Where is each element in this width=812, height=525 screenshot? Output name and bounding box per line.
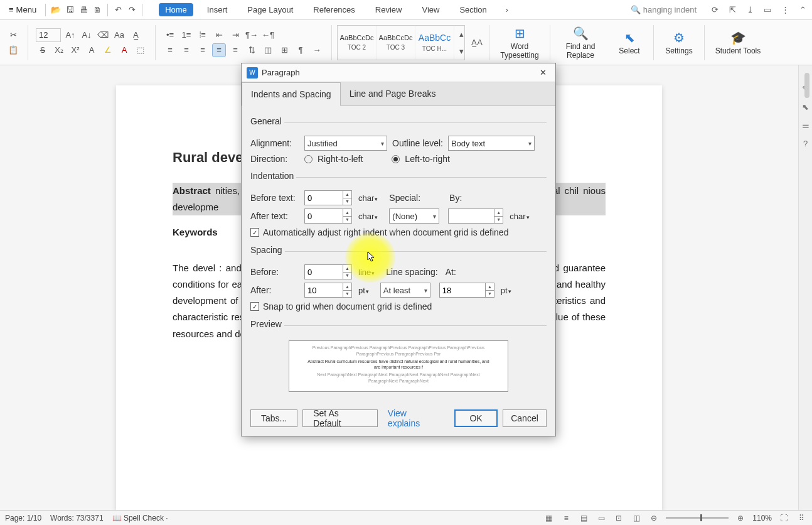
spin-down-icon[interactable]: ▼ xyxy=(343,198,351,205)
collapse-ribbon-icon[interactable]: ⌃ xyxy=(797,4,808,16)
change-case-icon[interactable]: Aa xyxy=(112,28,126,42)
word-typesetting-button[interactable]: ⊞ Word Typesetting xyxy=(494,24,545,62)
align-right-icon[interactable]: ≡ xyxy=(196,43,210,57)
borders-icon[interactable]: ⊞ xyxy=(277,43,291,57)
tab-section[interactable]: Section xyxy=(453,3,493,16)
strike-icon[interactable]: S̶ xyxy=(36,43,50,57)
tab-overflow-icon[interactable]: › xyxy=(501,4,513,16)
set-default-button[interactable]: Set As Default xyxy=(302,409,378,427)
settings-button[interactable]: ⚙ Settings xyxy=(659,24,699,62)
help-icon[interactable]: ? xyxy=(803,139,808,148)
align-distributed-icon[interactable]: ≡ xyxy=(228,43,242,57)
tab-page-layout[interactable]: Page Layout xyxy=(241,3,299,16)
styles-gallery[interactable]: AaBbCcDc TOC 2 AaBbCcDc TOC 3 AaBbCc TOC… xyxy=(337,25,465,60)
more-icon[interactable]: ⋮ xyxy=(779,4,791,16)
select-button[interactable]: ⬉ Select xyxy=(611,24,648,62)
increase-font-icon[interactable]: A↑ xyxy=(63,28,77,42)
styles-more-icon[interactable]: ▾ xyxy=(454,43,468,60)
close-icon[interactable]: ✕ xyxy=(535,65,550,80)
char-shading-icon[interactable]: ⬚ xyxy=(134,43,147,57)
styles-scroll-up-icon[interactable]: ▴ xyxy=(454,26,468,43)
increase-indent-icon[interactable]: ⇥ xyxy=(228,28,242,42)
align-left-icon[interactable]: ≡ xyxy=(163,43,177,57)
ltr-para-icon[interactable]: ¶→ xyxy=(245,28,259,42)
fullscreen-icon[interactable]: ⛶ xyxy=(778,512,789,524)
print-icon[interactable]: 🖶 xyxy=(77,4,90,16)
multilevel-icon[interactable]: ⦙≡ xyxy=(196,28,210,42)
sync-icon[interactable]: ⟳ xyxy=(709,4,720,16)
zoom-out-icon[interactable]: ⊖ xyxy=(648,512,660,524)
save-icon[interactable]: 🖫 xyxy=(63,4,76,16)
grid-apps-icon[interactable]: ⠿ xyxy=(796,512,807,524)
export-icon[interactable]: ⤓ xyxy=(744,4,756,16)
redo-icon[interactable]: ↷ xyxy=(126,4,138,16)
share-icon[interactable]: ⇱ xyxy=(727,4,738,16)
font-size-input[interactable]: 12 xyxy=(36,28,61,42)
subscript-icon[interactable]: X₂ xyxy=(52,43,66,57)
view-web-icon[interactable]: ≡ xyxy=(560,512,572,524)
before-text-input[interactable]: ▲▼ xyxy=(304,190,352,205)
paragraph-marks-icon[interactable]: ¶ xyxy=(294,43,307,57)
print-preview-icon[interactable]: 🗎 xyxy=(91,4,104,16)
rtl-para-icon[interactable]: ←¶ xyxy=(261,28,275,42)
tab-view[interactable]: View xyxy=(415,3,446,16)
rtl-radio[interactable] xyxy=(304,155,313,163)
spin-up-icon[interactable]: ▲ xyxy=(343,191,351,198)
zoom-slider[interactable] xyxy=(666,517,729,519)
sliders-icon[interactable]: ⚌ xyxy=(802,121,809,130)
scrollbar-handle[interactable] xyxy=(804,73,809,98)
find-replace-button[interactable]: 🔍 Find and Replace xyxy=(555,24,606,62)
font-color-icon[interactable]: A xyxy=(117,43,131,57)
by-input[interactable]: ▲▼ xyxy=(448,208,503,224)
menu-button[interactable]: ≡ Menu xyxy=(4,3,41,17)
view-reader-icon[interactable]: ▭ xyxy=(596,512,607,524)
pointer-icon[interactable]: ⬉ xyxy=(802,102,809,112)
search-box[interactable]: 🔍 hanging indent xyxy=(631,5,697,14)
style-toc3[interactable]: AaBbCcDc TOC 3 xyxy=(377,26,415,60)
outline-combo[interactable]: Body text xyxy=(448,136,535,151)
decrease-indent-icon[interactable]: ⇤ xyxy=(212,28,226,42)
line-spacing-icon[interactable]: ⇅ xyxy=(245,43,259,57)
tab-home[interactable]: Home xyxy=(159,3,193,16)
format-painter-icon[interactable]: ✂ xyxy=(6,28,20,42)
student-tools-button[interactable]: 🎓 Student Tools xyxy=(710,24,766,62)
after-text-input[interactable]: ▲▼ xyxy=(304,208,352,224)
tab-references[interactable]: References xyxy=(307,3,361,16)
new-style-icon[interactable]: A̲A xyxy=(470,25,484,60)
tabs-button[interactable]: Tabs... xyxy=(250,409,297,427)
undo-icon[interactable]: ↶ xyxy=(112,4,124,16)
cancel-button[interactable]: Cancel xyxy=(503,409,547,427)
snap-grid-checkbox[interactable]: ✓ xyxy=(250,302,259,311)
word-count[interactable]: Words: 73/3371 xyxy=(50,514,104,522)
zoom-level[interactable]: 110% xyxy=(752,514,772,522)
style-toch[interactable]: AaBbCc TOC H... xyxy=(415,26,454,60)
superscript-icon[interactable]: X² xyxy=(68,43,82,57)
numbering-icon[interactable]: 1≡ xyxy=(179,28,193,42)
decrease-font-icon[interactable]: A↓ xyxy=(80,28,93,42)
auto-adjust-checkbox[interactable]: ✓ xyxy=(250,228,259,237)
tab-line-breaks[interactable]: Line and Page Breaks xyxy=(341,82,445,106)
highlight-icon[interactable]: ∠ xyxy=(101,43,115,57)
tab-marks-icon[interactable]: → xyxy=(310,43,324,57)
tab-insert[interactable]: Insert xyxy=(201,3,234,16)
window-icon[interactable]: ▭ xyxy=(762,4,773,16)
align-center-icon[interactable]: ≡ xyxy=(179,43,193,57)
paste-icon[interactable]: 📋 xyxy=(6,43,20,57)
dialog-titlebar[interactable]: W Paragraph ✕ xyxy=(242,63,555,82)
view-print-icon[interactable]: ▦ xyxy=(543,512,554,524)
fit-width-icon[interactable]: ⊡ xyxy=(613,512,624,524)
spacing-after-input[interactable]: ▲▼ xyxy=(304,283,352,298)
spell-check-indicator[interactable]: 📖 Spell Check · xyxy=(112,514,168,522)
tab-indents-spacing[interactable]: Indents and Spacing xyxy=(242,82,341,106)
shading-icon[interactable]: ◫ xyxy=(261,43,275,57)
ltr-radio[interactable] xyxy=(392,155,400,163)
fit-page-icon[interactable]: ◫ xyxy=(631,512,642,524)
special-combo[interactable]: (None) xyxy=(389,208,439,224)
spacing-before-input[interactable]: ▲▼ xyxy=(304,264,352,279)
align-justify-icon[interactable]: ≡ xyxy=(212,43,226,57)
page-indicator[interactable]: Page: 1/10 xyxy=(5,514,41,522)
char-unit[interactable]: char xyxy=(357,193,379,203)
char-border-icon[interactable]: A̲ xyxy=(129,28,142,42)
clear-format-icon[interactable]: ⌫ xyxy=(96,28,110,42)
zoom-in-icon[interactable]: ⊕ xyxy=(735,512,746,524)
